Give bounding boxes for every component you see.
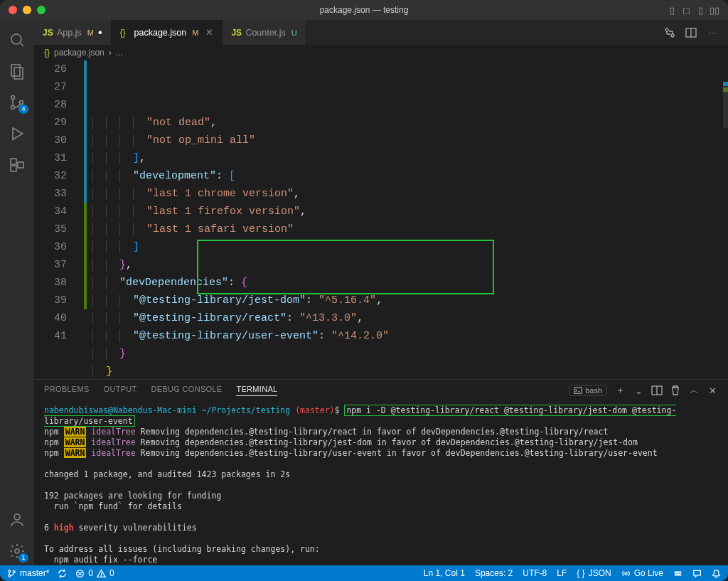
editor-tabstrip: JSApp.jsM•{}package.jsonM✕JSCounter.jsU …	[34, 20, 728, 45]
file-type-icon: {}	[120, 28, 130, 38]
code-editor[interactable]: 26272829303132333435363738394041 "not de…	[34, 60, 728, 379]
compare-changes-icon[interactable]	[664, 27, 675, 38]
titlebar-right-icons: ▯ ◻ ▯ ▯▯	[667, 5, 728, 15]
code-line[interactable]: "development": [	[87, 167, 723, 185]
terminal-output[interactable]: nabendubiswas@Nabendus-Mac-mini ~/Projec…	[34, 401, 728, 565]
settings-gear-icon[interactable]: 1	[0, 537, 34, 565]
svg-point-21	[9, 575, 11, 577]
svg-line-1	[20, 43, 23, 46]
terminal-dropdown-icon[interactable]: ⌄	[633, 385, 644, 396]
code-line[interactable]: "@testing-library/react": "^13.3.0",	[87, 309, 723, 327]
code-line[interactable]: "@testing-library/user-event": "^14.2.0"	[87, 327, 723, 345]
settings-badge: 1	[18, 553, 28, 563]
breadcrumb-sep: ›	[109, 48, 112, 58]
tab-package-json[interactable]: {}package.jsonM✕	[112, 20, 223, 45]
status-bar: master* 0 0 Ln 1, Col 1 Spaces: 2 UTF-8 …	[0, 565, 728, 581]
overview-ruler[interactable]	[723, 60, 728, 379]
svg-point-12	[15, 549, 19, 553]
svg-point-20	[9, 570, 11, 572]
status-branch[interactable]: master*	[7, 568, 49, 578]
status-indent[interactable]: Spaces: 2	[475, 568, 513, 578]
panel-tab-terminal[interactable]: TERMINAL	[236, 385, 277, 396]
status-problems[interactable]: 0 0	[75, 568, 114, 578]
svg-rect-29	[675, 572, 676, 573]
status-golive[interactable]: Go Live	[621, 568, 663, 578]
tab-label: App.js	[57, 28, 82, 38]
panel-toggle-icon[interactable]: ◻	[681, 5, 691, 15]
accounts-icon[interactable]	[0, 506, 34, 534]
run-debug-icon[interactable]	[0, 119, 34, 148]
status-feedback-icon[interactable]	[692, 569, 702, 578]
activity-bar: 4 1	[0, 20, 34, 565]
code-line[interactable]: "last 1 safari version"	[87, 220, 723, 238]
customize-layout-icon[interactable]: ▯▯	[710, 5, 719, 15]
status-sync[interactable]	[58, 569, 67, 578]
search-icon[interactable]	[0, 26, 34, 54]
minimize-window-button[interactable]	[23, 6, 31, 14]
breadcrumb-more: ...	[116, 48, 123, 58]
close-tab-icon[interactable]: ✕	[205, 27, 213, 38]
kill-terminal-icon[interactable]	[670, 385, 681, 396]
code-line[interactable]: ],	[87, 149, 723, 167]
breadcrumb[interactable]: {} package.json › ...	[34, 45, 728, 60]
layout-icon[interactable]: ▯	[667, 5, 677, 15]
modified-indicator: M	[192, 28, 198, 37]
svg-point-5	[11, 106, 15, 110]
panel-tab-output[interactable]: OUTPUT	[104, 385, 137, 396]
svg-marker-7	[13, 128, 23, 139]
split-terminal-icon[interactable]	[651, 385, 663, 396]
split-editor-icon[interactable]	[685, 27, 697, 38]
code-line[interactable]: },	[87, 256, 723, 274]
sidebar-toggle-icon[interactable]: ▯	[695, 5, 705, 15]
svg-point-22	[13, 570, 15, 572]
explorer-icon[interactable]	[0, 57, 34, 85]
new-terminal-icon[interactable]: ＋	[614, 385, 626, 396]
svg-point-13	[665, 28, 668, 31]
status-language[interactable]: { }JSON	[577, 568, 611, 578]
code-line[interactable]: "devDependencies": {	[87, 274, 723, 292]
maximize-window-button[interactable]	[37, 6, 46, 14]
more-actions-icon[interactable]: ···	[707, 27, 718, 38]
traffic-lights	[0, 6, 46, 14]
status-cursor[interactable]: Ln 1, Col 1	[424, 568, 465, 578]
minimap-slider[interactable]	[723, 85, 728, 128]
code-line[interactable]: }	[87, 363, 723, 379]
status-eol[interactable]: LF	[557, 568, 567, 578]
code-line[interactable]: ]	[87, 238, 723, 256]
code-line[interactable]: "not op_mini all"	[87, 132, 723, 149]
code-line[interactable]: "last 1 chrome version",	[87, 185, 723, 203]
panel: PROBLEMSOUTPUTDEBUG CONSOLETERMINAL bash…	[34, 379, 728, 565]
tab-app-js[interactable]: JSApp.jsM•	[34, 20, 112, 45]
svg-rect-8	[11, 159, 16, 164]
close-window-button[interactable]	[9, 6, 17, 14]
tab-label: Counter.js	[245, 28, 285, 38]
svg-rect-2	[11, 65, 20, 76]
extensions-icon[interactable]	[0, 151, 34, 179]
status-prettier-icon[interactable]	[673, 569, 682, 578]
svg-rect-30	[677, 572, 681, 573]
status-encoding[interactable]: UTF-8	[523, 568, 547, 578]
modified-indicator: M	[87, 28, 94, 37]
close-panel-icon[interactable]: ✕	[707, 385, 718, 396]
svg-point-0	[11, 34, 21, 44]
svg-rect-31	[675, 574, 678, 575]
code-line[interactable]: }	[87, 345, 723, 363]
svg-rect-17	[574, 388, 582, 394]
svg-point-4	[11, 96, 15, 100]
terminal-shell-selector[interactable]: bash	[569, 385, 607, 396]
json-icon: {}	[44, 48, 50, 58]
untracked-indicator: U	[291, 28, 297, 37]
source-control-icon[interactable]: 4	[0, 88, 34, 117]
code-content[interactable]: "not dead", "not op_mini all" ], "develo…	[87, 60, 723, 379]
code-line[interactable]: "last 1 firefox version",	[87, 203, 723, 220]
file-type-icon: JS	[231, 28, 241, 38]
svg-point-28	[625, 572, 627, 574]
maximize-panel-icon[interactable]: ︿	[688, 385, 700, 396]
svg-rect-3	[14, 68, 23, 79]
panel-tab-problems[interactable]: PROBLEMS	[44, 385, 90, 396]
status-bell-icon[interactable]	[712, 569, 721, 578]
code-line[interactable]: "not dead",	[87, 114, 723, 132]
code-line[interactable]: "@testing-library/jest-dom": "^5.16.4",	[87, 292, 723, 309]
tab-counter-js[interactable]: JSCounter.jsU	[223, 20, 306, 45]
panel-tab-debug-console[interactable]: DEBUG CONSOLE	[151, 385, 223, 396]
